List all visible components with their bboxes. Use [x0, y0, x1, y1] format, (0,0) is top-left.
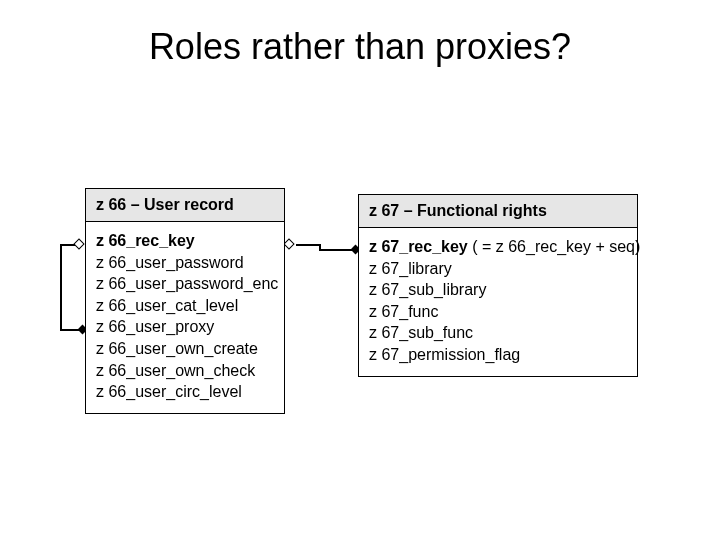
z67-field-rec-key-note: ( = z 66_rec_key + seq) — [468, 238, 641, 255]
z67-field-rec-key-name: z 67_rec_key — [369, 238, 468, 255]
entity-z66: z 66 – User record z 66_rec_key z 66_use… — [85, 188, 285, 414]
z66-field-password-enc: z 66_user_password_enc — [96, 273, 274, 295]
entity-z67: z 67 – Functional rights z 67_rec_key ( … — [358, 194, 638, 377]
z66-field-proxy: z 66_user_proxy — [96, 316, 274, 338]
z67-field-sub-library: z 67_sub_library — [369, 279, 627, 301]
z67-field-library: z 67_library — [369, 258, 627, 280]
page-title: Roles rather than proxies? — [0, 26, 720, 68]
relation-diamond-left — [283, 238, 294, 249]
selfloop-diamond-top — [73, 238, 84, 249]
z66-field-rec-key: z 66_rec_key — [96, 230, 274, 252]
z67-field-sub-func: z 67_sub_func — [369, 322, 627, 344]
z66-field-password: z 66_user_password — [96, 252, 274, 274]
z66-field-cat-level: z 66_user_cat_level — [96, 295, 274, 317]
entity-z66-header: z 66 – User record — [86, 189, 284, 222]
z67-field-rec-key: z 67_rec_key ( = z 66_rec_key + seq) — [369, 236, 627, 258]
entity-z67-header: z 67 – Functional rights — [359, 195, 637, 228]
z66-field-own-check: z 66_user_own_check — [96, 360, 274, 382]
entity-z67-body: z 67_rec_key ( = z 66_rec_key + seq) z 6… — [359, 228, 637, 376]
z67-field-func: z 67_func — [369, 301, 627, 323]
entity-z66-body: z 66_rec_key z 66_user_password z 66_use… — [86, 222, 284, 413]
z66-field-circ-level: z 66_user_circ_level — [96, 381, 274, 403]
relation-line-h2 — [319, 249, 354, 251]
relation-line-h1 — [296, 244, 320, 246]
selfloop-line-v — [60, 244, 62, 330]
z66-field-own-create: z 66_user_own_create — [96, 338, 274, 360]
z67-field-permission-flag: z 67_permission_flag — [369, 344, 627, 366]
selfloop-line-top — [60, 244, 75, 246]
